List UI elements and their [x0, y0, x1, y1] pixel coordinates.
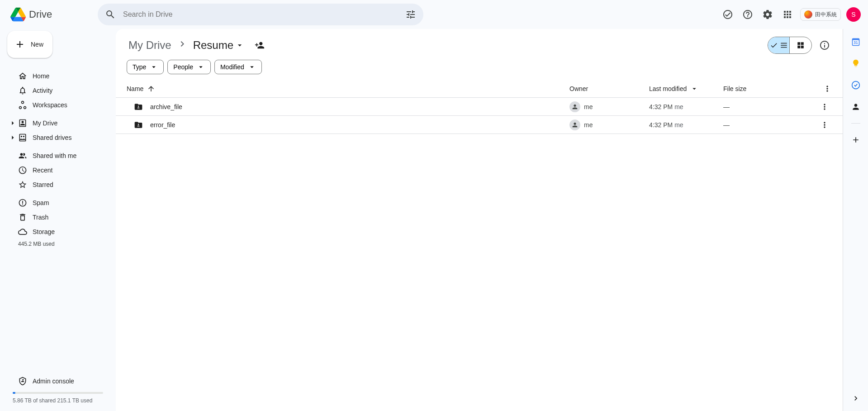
- chevron-right-icon[interactable]: [9, 134, 16, 141]
- filter-type[interactable]: Type: [127, 60, 164, 74]
- contacts-addon[interactable]: [847, 98, 865, 116]
- account-switcher[interactable]: 田中系統: [800, 8, 841, 21]
- sidebar-item-home[interactable]: Home: [7, 69, 109, 83]
- settings-icon[interactable]: [759, 5, 777, 24]
- app-title: Drive: [29, 9, 52, 20]
- sidebar-item-mydrive[interactable]: My Drive: [7, 116, 109, 130]
- hide-side-panel[interactable]: [847, 389, 865, 407]
- sidebar-item-trash[interactable]: Trash: [7, 210, 109, 225]
- breadcrumb-current[interactable]: Resume: [191, 37, 246, 53]
- svg-rect-1: [852, 38, 859, 40]
- caret-down-icon: [150, 63, 158, 71]
- owner-cell: me: [569, 101, 649, 112]
- info-icon: [819, 40, 830, 51]
- person-add-icon: [255, 40, 265, 50]
- col-name[interactable]: Name: [127, 85, 569, 93]
- sidebar-item-label: Starred: [33, 181, 53, 188]
- sidebar-item-recent[interactable]: Recent: [7, 163, 109, 177]
- breadcrumb: My Drive Resume: [127, 37, 246, 53]
- sidebar-item-shareddrives[interactable]: Shared drives: [7, 130, 109, 145]
- col-label: File size: [723, 85, 746, 92]
- sidebar-item-label: Admin console: [33, 378, 74, 385]
- details-toggle-button[interactable]: [816, 36, 834, 54]
- support-icon[interactable]: [739, 5, 757, 24]
- sidebar-item-label: Activity: [33, 87, 52, 94]
- get-addons[interactable]: [847, 131, 865, 149]
- sidebar-item-storage[interactable]: Storage: [7, 225, 109, 239]
- workspaces-icon: [18, 100, 27, 110]
- row-more-button[interactable]: [817, 100, 832, 114]
- file-name: error_file: [150, 121, 175, 129]
- new-button[interactable]: New: [7, 31, 52, 58]
- sidebar-footer: Admin console 5.86 TB of shared 215.1 TB…: [7, 374, 109, 404]
- filter-modified[interactable]: Modified: [214, 60, 262, 74]
- tasks-addon[interactable]: [847, 76, 865, 94]
- breadcrumb-root[interactable]: My Drive: [127, 37, 173, 53]
- sidebar-item-admin[interactable]: Admin console: [7, 374, 109, 388]
- share-folder-button[interactable]: [251, 37, 268, 53]
- search-icon[interactable]: [101, 5, 119, 24]
- caret-down-icon: [197, 63, 205, 71]
- trash-icon: [18, 213, 27, 222]
- sidebar-item-label: Workspaces: [33, 101, 67, 109]
- sidebar-item-starred[interactable]: Starred: [7, 177, 109, 192]
- nav-drives: My Drive Shared drives: [7, 116, 109, 145]
- sidebar-item-spam[interactable]: Spam: [7, 196, 109, 210]
- view-controls: [768, 36, 834, 54]
- sidebar-item-sharedwithme[interactable]: Shared with me: [7, 148, 109, 163]
- grid-icon: [797, 41, 805, 49]
- sidebar: New Home Activity Workspaces My Drive: [0, 29, 116, 411]
- body: New Home Activity Workspaces My Drive: [0, 29, 868, 411]
- caret-down-icon: [690, 85, 698, 93]
- calendar-addon[interactable]: 31: [847, 33, 865, 51]
- storage-used-text: 445.2 MB used: [7, 239, 109, 249]
- offline-ready-icon[interactable]: [719, 5, 737, 24]
- breadcrumb-current-label: Resume: [193, 39, 233, 52]
- filter-people[interactable]: People: [167, 60, 211, 74]
- sidebar-item-label: Shared with me: [33, 152, 76, 159]
- keep-addon[interactable]: [847, 54, 865, 72]
- size-cell: —: [723, 121, 814, 129]
- home-icon: [18, 72, 27, 81]
- main-content: My Drive Resume: [116, 29, 843, 411]
- shared-storage-bar-fill: [13, 392, 15, 394]
- sidebar-item-label: Home: [33, 72, 49, 80]
- modified-cell: 4:32 PM me: [649, 103, 723, 110]
- col-label: Last modified: [649, 85, 687, 92]
- filter-label: Type: [133, 63, 146, 71]
- actions-cell: [814, 118, 832, 132]
- col-more[interactable]: [814, 84, 832, 93]
- drive-logo-icon: [9, 5, 27, 24]
- sidebar-item-workspaces[interactable]: Workspaces: [7, 98, 109, 112]
- filter-row: Type People Modified: [116, 56, 843, 80]
- rail-divider: [851, 123, 860, 124]
- chevron-right-icon[interactable]: [9, 119, 16, 127]
- grid-view-button[interactable]: [790, 37, 811, 53]
- account-avatar[interactable]: S: [846, 7, 861, 22]
- shared-storage-text: 5.86 TB of shared 215.1 TB used: [7, 397, 109, 404]
- row-more-button[interactable]: [817, 118, 832, 132]
- check-icon: [770, 41, 778, 49]
- search-options-icon[interactable]: [402, 5, 420, 24]
- table-row[interactable]: archive_file me 4:32 PM me —: [116, 98, 843, 116]
- table-row[interactable]: error_file me 4:32 PM me —: [116, 116, 843, 134]
- apps-icon[interactable]: [778, 5, 797, 24]
- star-icon: [18, 180, 27, 189]
- view-toggle: [768, 37, 812, 54]
- sidebar-item-activity[interactable]: Activity: [7, 83, 109, 98]
- col-size[interactable]: File size: [723, 85, 814, 92]
- search-input[interactable]: [119, 10, 402, 19]
- shared-storage-bar: [13, 392, 103, 394]
- owner-avatar-icon: [569, 119, 580, 130]
- logo-area[interactable]: Drive: [4, 5, 94, 24]
- col-modified[interactable]: Last modified: [649, 85, 723, 93]
- list-view-button[interactable]: [768, 37, 790, 53]
- shared-folder-icon: [134, 102, 143, 111]
- chevron-right-icon: [177, 38, 188, 52]
- size-cell: —: [723, 103, 814, 110]
- nav-shared: Shared with me Recent Starred: [7, 148, 109, 192]
- admin-icon: [18, 377, 27, 386]
- modified-by: me: [674, 103, 683, 110]
- col-owner[interactable]: Owner: [569, 85, 649, 92]
- breadcrumb-row: My Drive Resume: [116, 34, 843, 56]
